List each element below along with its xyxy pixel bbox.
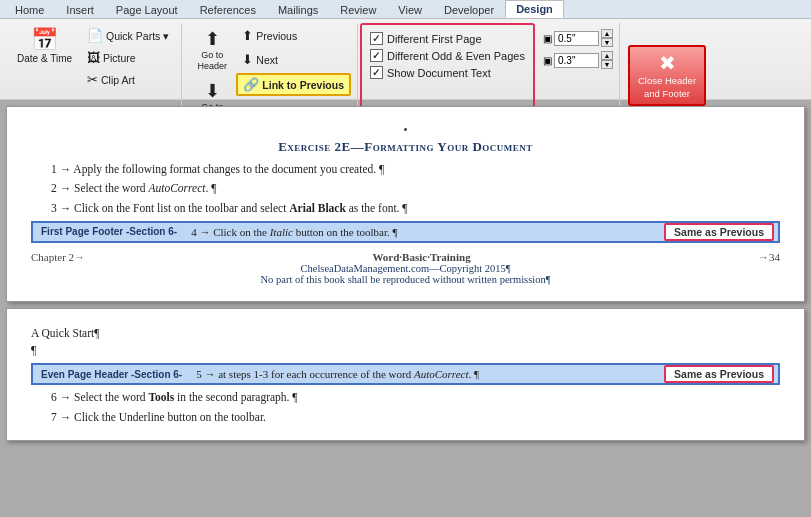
doc-text-page2: 6 → Select the word Tools in the second … — [31, 389, 780, 426]
different-first-page-item: Different First Page — [370, 32, 482, 45]
different-odd-even-checkbox[interactable] — [370, 49, 383, 62]
footer-pos-icon: ▣ — [543, 55, 552, 66]
footer-pos-down[interactable]: ▼ — [601, 60, 613, 69]
same-as-previous-button-2[interactable]: Same as Previous — [664, 365, 774, 383]
header-pos-icon: ▣ — [543, 33, 552, 44]
date-time-label: Date & Time — [17, 53, 72, 64]
footer-title: Word·Basic·Training — [85, 251, 758, 263]
date-time-button[interactable]: 📅 Date & Time — [10, 25, 79, 68]
picture-button[interactable]: 🖼 Picture — [81, 47, 175, 68]
tab-references[interactable]: References — [189, 1, 267, 18]
footer-rights: No part of this book shall be reproduced… — [31, 274, 780, 285]
list-item-2: 2 → Select the word AutoCorrect. ¶ — [31, 180, 780, 197]
list-item-7: 7 → Click the Underline button on the to… — [31, 409, 780, 426]
page2-quickstart: A Quick Start¶ — [31, 325, 780, 342]
clip-art-button[interactable]: ✂ Clip Art — [81, 69, 175, 90]
link-to-previous-label: Link to Previous — [262, 79, 344, 91]
footer-chapter: Chapter 2 — [31, 251, 74, 263]
item7-text: 7 → Click the Underline button on the to… — [51, 411, 266, 423]
next-icon: ⬇ — [242, 52, 253, 67]
close-header-footer-button[interactable]: ✖ Close Headerand Footer — [628, 45, 706, 106]
item3-text: 3 → Click on the Font list on the toolba… — [51, 202, 408, 214]
footer-bar-1: First Page Footer -Section 6- 4 → Click … — [31, 221, 780, 243]
show-document-text-checkbox[interactable] — [370, 66, 383, 79]
close-x-icon: ✖ — [638, 51, 696, 75]
show-document-text-label: Show Document Text — [387, 67, 491, 79]
even-page-header-text: 5 → at steps 1-3 for each occurrence of … — [190, 368, 664, 380]
tab-developer[interactable]: Developer — [433, 1, 505, 18]
footer-row-1: Chapter 2 → Word·Basic·Training → 34 — [31, 251, 780, 263]
tab-mailings[interactable]: Mailings — [267, 1, 329, 18]
quick-parts-button[interactable]: 📄 Quick Parts ▾ — [81, 25, 175, 46]
header-pos-spin[interactable]: ▲ ▼ — [601, 29, 613, 47]
nav-small-stack: ⬆ Previous ⬇ Next 🔗 Link to Previous — [236, 25, 351, 96]
footer-pos-spin[interactable]: ▲ ▼ — [601, 51, 613, 69]
list-item-6: 6 → Select the word Tools in the second … — [31, 389, 780, 406]
same-as-previous-button-1[interactable]: Same as Previous — [664, 223, 774, 241]
footer-copyright: ChelseaDataManagement.com—Copyright 2015… — [31, 263, 780, 274]
quick-parts-dropdown-icon: ▾ — [163, 30, 169, 42]
picture-label: Picture — [103, 52, 136, 64]
go-to-footer-icon: ⬇ — [205, 80, 220, 102]
link-to-previous-button[interactable]: 🔗 Link to Previous — [236, 73, 351, 96]
tab-home[interactable]: Home — [4, 1, 55, 18]
tab-review[interactable]: Review — [329, 1, 387, 18]
footer-bar-label-1: First Page Footer -Section 6- — [33, 226, 185, 237]
go-to-header-button[interactable]: ⬆ Go toHeader — [190, 25, 234, 75]
list-item-3: 3 → Click on the Font list on the toolba… — [31, 200, 780, 217]
close-header-footer-label: Close Headerand Footer — [638, 75, 696, 100]
footer-pos-up[interactable]: ▲ — [601, 51, 613, 60]
go-to-header-icon: ⬆ — [205, 28, 220, 50]
header-pos-up[interactable]: ▲ — [601, 29, 613, 38]
previous-icon: ⬆ — [242, 28, 253, 43]
different-odd-even-label: Different Odd & Even Pages — [387, 50, 525, 62]
different-odd-even-item: Different Odd & Even Pages — [370, 49, 525, 62]
header-pos-down[interactable]: ▼ — [601, 38, 613, 47]
bullet-paragraph: • — [31, 123, 780, 135]
footer-position-input[interactable] — [554, 53, 599, 68]
even-page-header-bar: Even Page Header -Section 6- 5 → at step… — [31, 363, 780, 385]
go-to-header-label: Go toHeader — [198, 50, 228, 72]
tab-page-layout[interactable]: Page Layout — [105, 1, 189, 18]
page-2: A Quick Start¶ ¶ Even Page Header -Secti… — [6, 308, 805, 441]
even-page-header-label: Even Page Header -Section 6- — [33, 369, 190, 380]
item2-text: 2 → Select the word AutoCorrect. ¶ — [51, 182, 216, 194]
different-first-page-checkbox[interactable] — [370, 32, 383, 45]
doc-title: Exercise 2E—Formatting Your Document — [31, 139, 780, 155]
previous-label: Previous — [256, 30, 297, 42]
picture-icon: 🖼 — [87, 50, 100, 65]
footer-bar-text-1: 4 → Click on the Italic button on the to… — [185, 226, 664, 238]
ribbon-tabs: Home Insert Page Layout References Maili… — [0, 0, 811, 19]
tab-insert[interactable]: Insert — [55, 1, 105, 18]
next-button[interactable]: ⬇ Next — [236, 49, 351, 70]
item1-text: 1 → Apply the following format changes t… — [51, 163, 384, 175]
clip-art-label: Clip Art — [101, 74, 135, 86]
next-label: Next — [256, 54, 278, 66]
insert-small-stack: 📄 Quick Parts ▾ 🖼 Picture ✂ Clip Art — [81, 25, 175, 90]
doc-text-1: 1 → Apply the following format changes t… — [31, 161, 780, 217]
footer-position-row: ▣ ▲ ▼ — [543, 51, 613, 69]
document-area: • Exercise 2E—Formatting Your Document 1… — [0, 100, 811, 447]
header-position-input[interactable] — [554, 31, 599, 46]
date-time-icon: 📅 — [31, 29, 58, 51]
tab-design[interactable]: Design — [505, 0, 564, 18]
footer-content-1: Chapter 2 → Word·Basic·Training → 34 Che… — [31, 247, 780, 289]
clip-art-icon: ✂ — [87, 72, 98, 87]
ribbon: Home Insert Page Layout References Maili… — [0, 0, 811, 100]
list-item-1: 1 → Apply the following format changes t… — [31, 161, 780, 178]
page2-text-1: A Quick Start¶ ¶ — [31, 325, 780, 360]
quick-parts-label: Quick Parts — [106, 30, 160, 42]
item6-text: 6 → Select the word Tools in the second … — [51, 391, 298, 403]
page-1: • Exercise 2E—Formatting Your Document 1… — [6, 106, 805, 302]
quick-parts-icon: 📄 — [87, 28, 103, 43]
show-document-text-item: Show Document Text — [370, 66, 491, 79]
link-icon: 🔗 — [243, 77, 259, 92]
page2-pilcrow: ¶ — [31, 342, 780, 359]
tab-view[interactable]: View — [387, 1, 433, 18]
header-position-row: ▣ ▲ ▼ — [543, 29, 613, 47]
different-first-page-label: Different First Page — [387, 33, 482, 45]
footer-page: 34 — [769, 251, 780, 263]
previous-button[interactable]: ⬆ Previous — [236, 25, 351, 46]
